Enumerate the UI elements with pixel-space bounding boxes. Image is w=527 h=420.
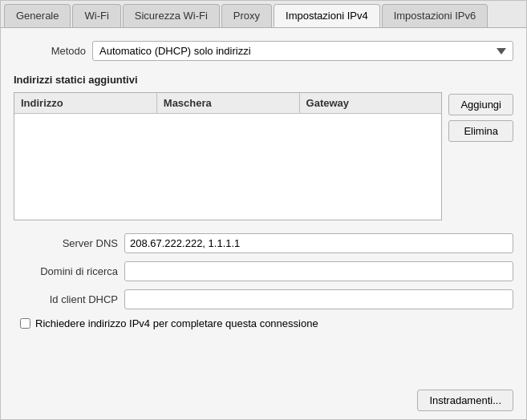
dhcp-id-row: Id client DHCP bbox=[14, 289, 513, 309]
table-header: Indirizzo Maschera Gateway bbox=[14, 93, 441, 114]
add-button[interactable]: Aggiungi bbox=[448, 94, 513, 115]
table-body bbox=[14, 114, 441, 210]
dhcp-id-input[interactable] bbox=[124, 289, 513, 309]
dhcp-id-label: Id client DHCP bbox=[14, 293, 118, 305]
domini-label: Domini di ricerca bbox=[14, 265, 118, 277]
content-area: Metodo Automatico (DHCP) solo indirizzi … bbox=[1, 28, 526, 386]
table-btn-group: Aggiungi Elimina bbox=[448, 92, 513, 220]
instradamenti-button[interactable]: Instradamenti... bbox=[417, 390, 513, 411]
tab-wifi[interactable]: Wi-Fi bbox=[72, 4, 120, 27]
tab-ipv4[interactable]: Impostazioni IPv4 bbox=[274, 4, 380, 27]
bottom-bar: Instradamenti... bbox=[1, 386, 526, 419]
static-section-title: Indirizzi statici aggiuntivi bbox=[14, 74, 513, 86]
checkbox-label: Richiedere indirizzo IPv4 per completare… bbox=[35, 317, 318, 329]
col-gateway: Gateway bbox=[300, 93, 442, 113]
metodo-label: Metodo bbox=[14, 45, 86, 57]
tab-proxy[interactable]: Proxy bbox=[221, 4, 272, 27]
tab-sicurezza-wifi[interactable]: Sicurezza Wi-Fi bbox=[123, 4, 220, 27]
main-window: Generale Wi-Fi Sicurezza Wi-Fi Proxy Imp… bbox=[0, 0, 527, 420]
domini-input[interactable] bbox=[124, 261, 513, 281]
tab-ipv6[interactable]: Impostazioni IPv6 bbox=[382, 4, 488, 27]
col-indirizzo: Indirizzo bbox=[14, 93, 157, 113]
col-maschera: Maschera bbox=[157, 93, 300, 113]
metodo-row: Metodo Automatico (DHCP) solo indirizzi … bbox=[14, 41, 513, 61]
tab-generale[interactable]: Generale bbox=[4, 4, 71, 27]
ipv4-checkbox[interactable] bbox=[20, 318, 30, 329]
metodo-select[interactable]: Automatico (DHCP) solo indirizzi Automat… bbox=[92, 41, 513, 61]
dns-label: Server DNS bbox=[14, 237, 118, 249]
static-table: Indirizzo Maschera Gateway bbox=[14, 92, 442, 220]
table-and-buttons: Indirizzo Maschera Gateway Aggiungi Elim… bbox=[14, 92, 513, 220]
tab-bar: Generale Wi-Fi Sicurezza Wi-Fi Proxy Imp… bbox=[1, 1, 526, 28]
checkbox-row: Richiedere indirizzo IPv4 per completare… bbox=[20, 317, 513, 329]
domini-row: Domini di ricerca bbox=[14, 261, 513, 281]
dns-input[interactable] bbox=[124, 233, 513, 253]
dns-row: Server DNS bbox=[14, 233, 513, 253]
delete-button[interactable]: Elimina bbox=[448, 120, 513, 142]
